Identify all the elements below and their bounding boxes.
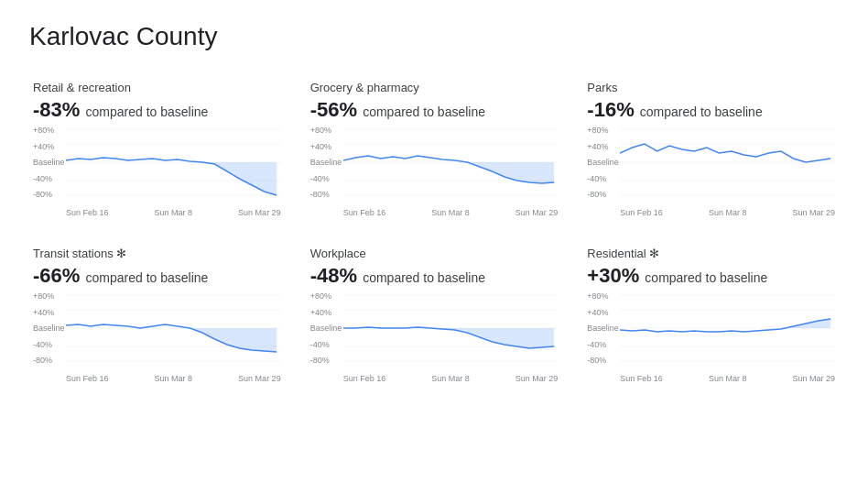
y-label: -80%: [587, 190, 619, 199]
x-label: Sun Mar 29: [792, 374, 835, 383]
card-percent-retail: -83%: [33, 98, 80, 121]
x-label: Sun Mar 8: [431, 374, 470, 383]
y-labels-workplace: +80%+40%Baseline-40%-80%: [310, 291, 342, 365]
y-label: Baseline: [587, 158, 619, 167]
x-label: Sun Mar 8: [709, 374, 747, 383]
x-label: Sun Feb 16: [66, 208, 109, 217]
x-label: Sun Feb 16: [343, 374, 386, 383]
y-label: Baseline: [310, 158, 342, 167]
card-stat-residential: +30% compared to baseline: [587, 264, 835, 288]
chart-svg-transit: [66, 291, 281, 365]
y-labels-transit: +80%+40%Baseline-40%-80%: [33, 291, 65, 365]
x-label: Sun Mar 29: [515, 374, 559, 383]
x-label: Sun Mar 29: [238, 374, 281, 383]
y-labels-residential: +80%+40%Baseline-40%-80%: [587, 291, 619, 365]
x-label: Sun Mar 29: [238, 208, 281, 217]
y-label: -40%: [33, 340, 65, 349]
card-label-retail: compared to baseline: [85, 104, 208, 119]
x-label: Sun Mar 8: [709, 208, 747, 217]
x-label: Sun Mar 8: [431, 208, 470, 217]
y-label: -40%: [33, 174, 65, 183]
page-title: Karlovac County: [29, 22, 839, 51]
card-retail: Retail & recreation-83% compared to base…: [29, 73, 285, 225]
chart-grocery: +80%+40%Baseline-40%-80% Sun Feb 16Sun M…: [310, 126, 559, 217]
card-title-transit: Transit stations ✻: [33, 247, 281, 260]
card-percent-residential: +30%: [587, 264, 639, 287]
x-label: Sun Feb 16: [343, 208, 386, 217]
y-label: +40%: [310, 142, 342, 151]
x-labels-grocery: Sun Feb 16Sun Mar 8Sun Mar 29: [343, 208, 559, 217]
x-labels-retail: Sun Feb 16Sun Mar 8Sun Mar 29: [66, 208, 281, 217]
y-label: -80%: [33, 190, 65, 199]
y-label: +80%: [310, 291, 342, 301]
chart-parks: +80%+40%Baseline-40%-80% Sun Feb 16Sun M…: [587, 126, 835, 217]
card-workplace: Workplace-48% compared to baseline+80%+4…: [307, 239, 562, 390]
y-label: Baseline: [310, 324, 342, 333]
card-percent-parks: -16%: [587, 98, 634, 121]
card-label-parks: compared to baseline: [640, 104, 763, 119]
y-labels-retail: +80%+40%Baseline-40%-80%: [33, 126, 65, 199]
card-residential: Residential ✻+30% compared to baseline+8…: [583, 239, 839, 390]
card-stat-grocery: -56% compared to baseline: [310, 98, 559, 122]
card-label-workplace: compared to baseline: [363, 270, 485, 285]
y-label: -40%: [310, 340, 342, 349]
card-title-grocery: Grocery & pharmacy: [310, 81, 559, 94]
card-title-residential: Residential ✻: [587, 247, 835, 260]
x-labels-parks: Sun Feb 16Sun Mar 8Sun Mar 29: [620, 208, 835, 217]
y-label: Baseline: [587, 324, 619, 333]
chart-svg-parks: [620, 126, 835, 199]
y-label: -80%: [310, 356, 342, 365]
y-label: +40%: [587, 142, 619, 151]
y-label: -40%: [587, 340, 619, 349]
x-label: Sun Mar 8: [155, 208, 193, 217]
y-label: -80%: [310, 190, 342, 199]
y-label: +80%: [310, 126, 342, 135]
chart-transit: +80%+40%Baseline-40%-80% Sun Feb 16Sun M…: [33, 291, 281, 383]
chart-residential: +80%+40%Baseline-40%-80% Sun Feb 16Sun M…: [587, 291, 835, 383]
y-labels-parks: +80%+40%Baseline-40%-80%: [587, 126, 619, 199]
chart-svg-retail: [66, 126, 281, 199]
card-label-transit: compared to baseline: [85, 270, 208, 285]
chart-retail: +80%+40%Baseline-40%-80% Sun Feb 16Sun M…: [33, 126, 281, 217]
card-stat-retail: -83% compared to baseline: [33, 98, 281, 122]
y-label: -40%: [310, 174, 342, 183]
card-parks: Parks-16% compared to baseline+80%+40%Ba…: [583, 73, 839, 225]
y-label: Baseline: [33, 158, 65, 167]
y-label: +40%: [587, 308, 619, 317]
chart-svg-grocery: [343, 126, 559, 199]
x-label: Sun Feb 16: [620, 208, 663, 217]
card-percent-transit: -66%: [33, 264, 80, 287]
x-label: Sun Mar 29: [792, 208, 835, 217]
card-percent-workplace: -48%: [310, 264, 357, 287]
cards-grid: Retail & recreation-83% compared to base…: [29, 73, 839, 390]
y-labels-grocery: +80%+40%Baseline-40%-80%: [310, 126, 342, 199]
card-stat-transit: -66% compared to baseline: [33, 264, 281, 288]
card-grocery: Grocery & pharmacy-56% compared to basel…: [307, 73, 562, 225]
x-labels-residential: Sun Feb 16Sun Mar 8Sun Mar 29: [620, 374, 835, 383]
chart-workplace: +80%+40%Baseline-40%-80% Sun Feb 16Sun M…: [310, 291, 559, 383]
card-transit: Transit stations ✻-66% compared to basel…: [29, 239, 285, 390]
card-title-retail: Retail & recreation: [33, 81, 281, 94]
card-stat-parks: -16% compared to baseline: [587, 98, 835, 122]
card-label-residential: compared to baseline: [645, 270, 767, 285]
card-title-workplace: Workplace: [310, 247, 559, 260]
y-label: +80%: [587, 291, 619, 301]
x-label: Sun Feb 16: [66, 374, 109, 383]
card-stat-workplace: -48% compared to baseline: [310, 264, 559, 288]
card-label-grocery: compared to baseline: [363, 104, 485, 119]
x-label: Sun Mar 29: [515, 208, 559, 217]
card-title-parks: Parks: [587, 81, 835, 94]
x-label: Sun Mar 8: [155, 374, 193, 383]
chart-svg-residential: [620, 291, 835, 365]
x-label: Sun Feb 16: [620, 374, 663, 383]
chart-svg-workplace: [343, 291, 559, 365]
x-labels-transit: Sun Feb 16Sun Mar 8Sun Mar 29: [66, 374, 281, 383]
y-label: -80%: [33, 356, 65, 365]
y-label: +40%: [33, 142, 65, 151]
y-label: -40%: [587, 174, 619, 183]
y-label: Baseline: [33, 324, 65, 333]
y-label: +40%: [33, 308, 65, 317]
y-label: +80%: [587, 126, 619, 135]
y-label: +40%: [310, 308, 342, 317]
y-label: -80%: [587, 356, 619, 365]
